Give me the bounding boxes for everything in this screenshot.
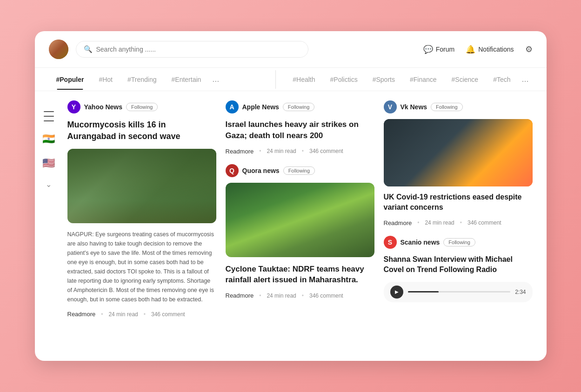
col1-title: Mucormycosis kills 16 in Aurangabad in s… (67, 119, 216, 142)
col3-a1-image (384, 119, 533, 186)
col2-article1: A Apple News Following Israel launches h… (226, 100, 374, 155)
chevron-down-icon[interactable]: ⌄ (46, 180, 52, 189)
vk-overlay (384, 119, 533, 186)
col2-a1-read-time: 24 min read (267, 148, 296, 154)
col1-readmore[interactable]: Readmore (67, 311, 96, 318)
col2-a2-image (226, 183, 374, 257)
gear-icon: ⚙ (525, 45, 533, 54)
col1-meta: Readmore • 24 min read • 346 comment (67, 311, 216, 318)
dot5: • (259, 292, 261, 299)
audio-player: ▶ 2:34 (384, 282, 533, 302)
dot1: • (101, 311, 103, 318)
nav-divider (275, 70, 276, 89)
col1-comments: 346 comment (151, 311, 185, 318)
nav-tab-health[interactable]: #Health (285, 69, 322, 90)
dot3: • (259, 148, 261, 154)
col-1: Y Yahoo News Following Mucormycosis kill… (67, 100, 216, 352)
nav-tab-sports[interactable]: #Sports (365, 69, 402, 90)
col2-a1-follow-badge[interactable]: Following (283, 103, 314, 111)
menu-line-1 (44, 111, 54, 112)
col2-a1-comments: 346 comment (309, 148, 343, 154)
forum-icon: 💬 (423, 45, 433, 54)
apple-icon: A (226, 100, 239, 113)
main-content: Y Yahoo News Following Mucormycosis kill… (35, 91, 547, 361)
scanio-icon: S (384, 236, 397, 249)
dot8: • (460, 219, 462, 226)
col3-a1-comments: 346 comment (467, 219, 501, 226)
col3-article2: S Scanio news Following Shanna Swan Inte… (384, 236, 533, 302)
notifications-icon: 🔔 (466, 45, 475, 54)
col2-a2-comments: 346 comment (309, 292, 343, 299)
col3-a1-title: UK Covid-19 restrictions eased despite v… (384, 192, 533, 213)
nav-tab-trending[interactable]: #Trending (120, 69, 164, 90)
col3-a1-readmore[interactable]: Readmore (384, 219, 412, 226)
col2-a1-source: A Apple News Following (226, 100, 374, 113)
play-button[interactable]: ▶ (390, 286, 403, 299)
col2-a2-follow-badge[interactable]: Following (283, 166, 315, 175)
crowd-overlay (67, 149, 216, 223)
dot7: • (417, 219, 419, 226)
col3-a1-source: V Vk News Following (384, 100, 533, 113)
menu-line-3 (44, 120, 54, 121)
col2-a2-read-time: 24 min read (267, 292, 296, 299)
nav-tab-populer[interactable]: #Populer (49, 69, 92, 90)
nav-left-more[interactable]: ... (208, 68, 223, 91)
col3-a1-read-time: 24 min read (425, 219, 454, 226)
col2-a1-source-name: Apple News (242, 103, 279, 111)
header-right: 💬 Forum 🔔 Notifications ⚙ (423, 44, 533, 54)
dot2: • (144, 311, 146, 318)
hamburger-menu[interactable] (44, 110, 54, 122)
col3-a1-follow-badge[interactable]: Following (431, 103, 462, 111)
audio-progress-bar[interactable] (408, 291, 511, 292)
flag-us-button[interactable]: 🇺🇸 (41, 156, 56, 171)
col2-a2-source: Q Quora news Following (226, 164, 374, 177)
col3-a2-title: Shanna Swan Interview with Michael Covel… (384, 254, 533, 275)
search-box[interactable]: 🔍 (76, 41, 308, 58)
app-container: 🔍 💬 Forum 🔔 Notifications ⚙ #Populer #Ho… (35, 31, 547, 361)
forum-label: Forum (436, 46, 454, 53)
flag-india-button[interactable]: 🇮🇳 (41, 132, 56, 146)
col1-follow-badge[interactable]: Following (126, 103, 158, 111)
quora-icon: Q (226, 164, 239, 177)
nav-tab-polictics[interactable]: #Polictics (323, 69, 365, 90)
col3-a2-source-name: Scanio news (401, 239, 440, 246)
col1-source-name: Yahoo News (84, 103, 122, 111)
col3-a2-source: S Scanio news Following (384, 236, 533, 249)
nav-right-more[interactable]: ... (518, 68, 532, 91)
col-3: V Vk News Following UK Covid-19 restrict… (384, 100, 533, 352)
col3-a2-follow-badge[interactable]: Following (443, 238, 475, 246)
col3-a1-meta: Readmore • 24 min read • 346 comment (384, 219, 533, 226)
col2-a2-source-name: Quora news (242, 167, 280, 174)
col2-a2-title: Cyclone Tauktae: NDRF teams heavy rainfa… (226, 264, 374, 286)
nav-tab-hot[interactable]: #Hot (91, 69, 120, 90)
notifications-label: Notifications (478, 46, 514, 53)
col3-article1: V Vk News Following UK Covid-19 restrict… (384, 100, 533, 226)
col1-body: NAGPUR: Eye surgeons treating cases of m… (67, 230, 216, 304)
search-input[interactable] (96, 46, 301, 53)
nav-tab-science[interactable]: #Science (444, 69, 486, 90)
avatar[interactable] (49, 40, 68, 59)
forum-button[interactable]: 💬 Forum (423, 45, 454, 54)
header: 🔍 💬 Forum 🔔 Notifications ⚙ (35, 31, 547, 68)
audio-progress-fill (408, 291, 439, 292)
col3-a1-source-name: Vk News (401, 103, 427, 111)
col1-source: Y Yahoo News Following (67, 100, 216, 113)
avatar-image (49, 40, 68, 59)
vk-icon: V (384, 100, 397, 113)
dot6: • (302, 292, 304, 299)
yahoo-icon: Y (67, 100, 80, 113)
notifications-button[interactable]: 🔔 Notifications (466, 45, 514, 54)
col2-a2-meta: Readmore • 24 min read • 346 comment (226, 292, 374, 299)
dot4: • (302, 148, 304, 154)
nav-left: #Populer #Hot #Trending #Entertain ... (49, 68, 267, 91)
nav-tab-tech[interactable]: #Tech (486, 69, 518, 90)
nav-tab-finance[interactable]: #Finance (402, 69, 444, 90)
col1-image (67, 149, 216, 223)
settings-button[interactable]: ⚙ (525, 44, 533, 54)
col2-a1-readmore[interactable]: Readmore (226, 148, 254, 155)
col2-a2-readmore[interactable]: Readmore (226, 292, 254, 299)
nav-tab-entertain[interactable]: #Entertain (164, 69, 209, 90)
search-icon: 🔍 (84, 45, 93, 53)
menu-line-2 (44, 116, 54, 117)
col2-a1-meta: Readmore • 24 min read • 346 comment (226, 148, 374, 155)
